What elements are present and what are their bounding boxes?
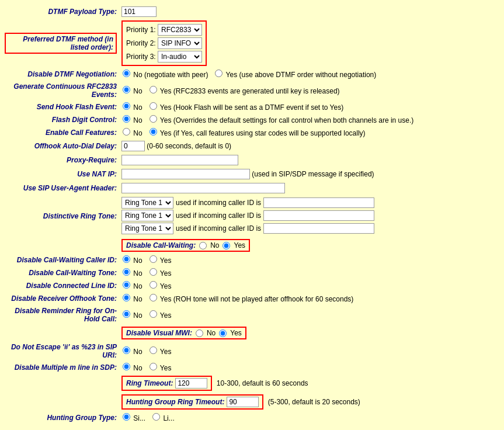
offhook-auto-dial-input[interactable]	[121, 141, 145, 151]
hook-flash-yes-radio[interactable]	[150, 102, 157, 110]
disable-receiver-offhook-tone-label: Disable Receiver Offhook Tone:	[2, 292, 119, 305]
disable-dtmf-negotiation-row: Disable DTMF Negotiation: No (negotiate …	[2, 68, 502, 81]
use-sip-user-agent-row: Use SIP User-Agent Header:	[2, 181, 502, 195]
hook-flash-no-radio[interactable]	[123, 102, 130, 110]
use-nat-ip-hint: (used in SIP/SDP message if specified)	[252, 170, 374, 178]
preferred-dtmf-label: Preferred DTMF method (in listed order):	[5, 33, 117, 54]
dis-rem-no-radio[interactable]	[123, 310, 130, 318]
priority2-select[interactable]: RFC2833 SIP INFO In-audio	[158, 37, 202, 49]
disable-visual-mwi-box: Disable Visual MWI: No Yes	[121, 327, 246, 339]
ring-tone-select-2[interactable]: Ring Tone 1 Ring Tone 2 Ring Tone 3	[121, 210, 173, 221]
use-nat-ip-row: Use NAT IP: (used in SIP/SDP message if …	[2, 167, 502, 181]
disable-reminder-ring-label: Disable Reminder Ring for On-Hold Call:	[2, 305, 119, 325]
hunting-group-type-label: Hunting Group Type:	[2, 411, 119, 424]
dis-vmwi-no-label: No	[207, 329, 215, 337]
preferred-dtmf-row: Preferred DTMF method (in listed order):…	[2, 19, 502, 68]
dis-roh-yes-label: Yes (ROH tone will not be played after o…	[160, 295, 354, 303]
disable-multiple-m-line-row: Disable Multiple m line in SDP: No Yes	[2, 361, 502, 374]
offhook-auto-dial-row: Offhook Auto-Dial Delay: (0-60 seconds, …	[2, 139, 502, 153]
hg-type-yes-label: Li...	[163, 414, 174, 422]
dis-roh-no-label: No	[133, 295, 142, 303]
use-nat-ip-input[interactable]	[121, 169, 250, 179]
gen-rfc-yes-radio[interactable]	[150, 86, 157, 93]
dis-cl-id-yes-radio[interactable]	[150, 281, 157, 289]
dis-roh-no-radio[interactable]	[123, 294, 130, 301]
ring-tone-input-2[interactable]	[263, 210, 374, 221]
dtmf-payload-type-value	[119, 5, 502, 19]
hook-flash-no-label: No	[133, 103, 142, 112]
dtmf-payload-type-row: DTMF Payload Type:	[2, 5, 502, 19]
dis-cw-yes-label: Yes	[234, 241, 245, 249]
ring-tone-select-3[interactable]: Ring Tone 1 Ring Tone 2 Ring Tone 3	[121, 223, 173, 234]
dtmf-neg-yes-label: Yes (use above DTMF order without negoti…	[226, 71, 377, 79]
ring-tone-row-3: Ring Tone 1 Ring Tone 2 Ring Tone 3 used…	[121, 223, 499, 234]
disable-connected-line-id-label: Disable Connected Line ID:	[2, 279, 119, 292]
dis-cl-id-yes-label: Yes	[160, 282, 172, 290]
dtmf-neg-yes-radio[interactable]	[215, 70, 223, 77]
hunting-group-ring-timeout-input[interactable]	[227, 397, 259, 407]
dis-cw-tone-yes-label: Yes	[160, 269, 172, 278]
proxy-require-input[interactable]	[121, 155, 238, 165]
call-feat-yes-label: Yes (if Yes, call features using star co…	[160, 129, 366, 137]
send-hook-flash-row: Send Hook Flash Event: No Yes (Hook Flas…	[2, 100, 502, 113]
flash-digit-yes-radio[interactable]	[150, 115, 157, 123]
disable-receiver-offhook-tone-row: Disable Receiver Offhook Tone: No Yes (R…	[2, 292, 502, 305]
dis-mml-yes-radio[interactable]	[150, 363, 157, 370]
ring-timeout-input[interactable]	[175, 378, 207, 389]
dis-vmwi-yes-radio[interactable]	[219, 330, 227, 337]
use-sip-user-agent-input[interactable]	[121, 183, 285, 193]
flash-digit-control-label: Flash Digit Control:	[2, 113, 119, 126]
dis-roh-yes-radio[interactable]	[150, 294, 157, 301]
call-feat-no-radio[interactable]	[123, 128, 130, 136]
priority3-select[interactable]: RFC2833 SIP INFO In-audio	[158, 51, 202, 63]
distinctive-ring-tone-row: Distinctive Ring Tone: Ring Tone 1 Ring …	[2, 195, 502, 237]
hg-type-yes-radio[interactable]	[152, 413, 160, 421]
dis-rem-yes-label: Yes	[160, 311, 172, 320]
generate-rfc2833-row: Generate Continuous RFC2833 Events: No Y…	[2, 81, 502, 100]
hunting-group-ring-timeout-box: Hunting Group Ring Timeout:	[121, 394, 263, 410]
dis-cw-cid-no-label: No	[133, 256, 142, 265]
ring-tone-input-3[interactable]	[263, 223, 374, 234]
gen-rfc-no-radio[interactable]	[123, 86, 130, 93]
dis-mml-no-radio[interactable]	[123, 363, 130, 370]
dis-vmwi-no-radio[interactable]	[196, 330, 203, 337]
ring-timeout-row: Ring Timeout: 10-300, default is 60 seco…	[2, 374, 502, 393]
disable-multiple-m-line-label: Disable Multiple m line in SDP:	[2, 361, 119, 374]
generate-rfc2833-label: Generate Continuous RFC2833 Events:	[2, 81, 119, 100]
hunting-group-ring-timeout-row: Hunting Group Ring Timeout: (5-300, defa…	[2, 393, 502, 411]
enable-call-features-label: Enable Call Features:	[2, 126, 119, 139]
dis-mml-yes-label: Yes	[160, 364, 172, 372]
ring-tone-input-1[interactable]	[263, 197, 374, 208]
ring-tone-hint-2: used if incoming caller ID is	[176, 211, 261, 220]
send-hook-flash-label: Send Hook Flash Event:	[2, 100, 119, 113]
dis-rem-yes-radio[interactable]	[150, 310, 157, 318]
dtmf-payload-type-input[interactable]	[121, 6, 157, 17]
flash-digit-yes-label: Yes (Overrides the default settings for …	[160, 116, 413, 124]
dis-cl-id-no-label: No	[133, 282, 142, 290]
no-esc-no-radio[interactable]	[123, 346, 130, 354]
dis-cw-tone-yes-radio[interactable]	[150, 268, 157, 276]
use-nat-ip-label: Use NAT IP:	[2, 167, 119, 181]
call-feat-yes-radio[interactable]	[150, 128, 157, 136]
flash-digit-no-radio[interactable]	[123, 115, 130, 123]
dis-cw-cid-yes-radio[interactable]	[150, 255, 157, 263]
dis-cl-id-no-radio[interactable]	[123, 281, 130, 289]
distinctive-ring-tone-label: Distinctive Ring Tone:	[2, 195, 119, 237]
priority2-label: Priority 2:	[126, 39, 156, 47]
hg-type-no-radio[interactable]	[123, 413, 130, 421]
dis-cw-tone-no-radio[interactable]	[123, 268, 130, 276]
disable-cw-tone-label: Disable Call-Waiting Tone:	[2, 266, 119, 279]
use-sip-user-agent-label: Use SIP User-Agent Header:	[2, 181, 119, 195]
dtmf-neg-no-radio[interactable]	[123, 70, 130, 77]
no-esc-yes-radio[interactable]	[150, 346, 157, 354]
disable-cw-caller-id-row: Disable Call-Waiting Caller ID: No Yes	[2, 254, 502, 266]
dis-cw-no-radio[interactable]	[199, 242, 207, 249]
hunting-group-ring-timeout-hint: (5-300, default is 20 seconds)	[268, 398, 360, 406]
dis-cw-tone-no-label: No	[133, 269, 142, 278]
dis-cw-cid-no-radio[interactable]	[123, 255, 130, 263]
dis-cw-yes-radio[interactable]	[223, 242, 230, 249]
no-esc-yes-label: Yes	[160, 348, 172, 356]
ring-timeout-hint: 10-300, default is 60 seconds	[217, 379, 308, 387]
ring-tone-select-1[interactable]: Ring Tone 1 Ring Tone 2 Ring Tone 3	[121, 197, 173, 209]
priority1-select[interactable]: RFC2833 SIP INFO In-audio	[158, 24, 202, 36]
